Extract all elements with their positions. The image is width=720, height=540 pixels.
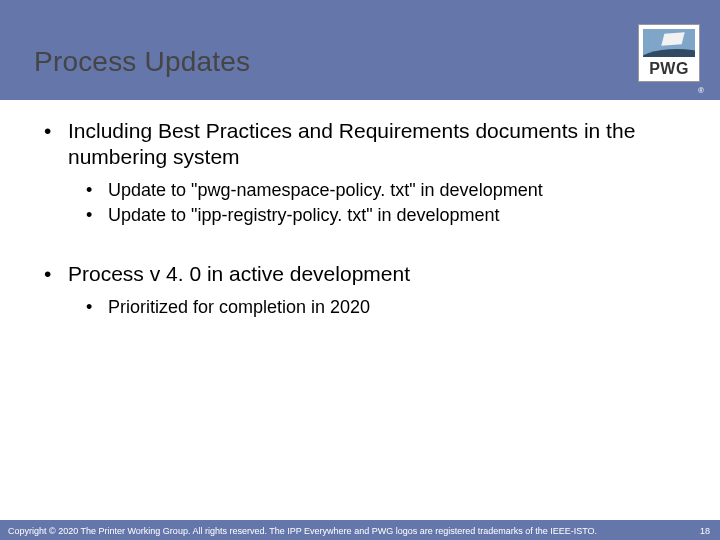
header-bar: Process Updates PWG ®: [0, 0, 720, 100]
sub-bullet-item: Update to "pwg-namespace-policy. txt" in…: [84, 179, 690, 202]
copyright-text: Copyright © 2020 The Printer Working Gro…: [8, 526, 597, 536]
pwg-logo: PWG: [638, 24, 700, 82]
bullet-text: Including Best Practices and Requirement…: [68, 119, 635, 168]
slide: Process Updates PWG ® Including Best Pra…: [0, 0, 720, 540]
footer-bar: Copyright © 2020 The Printer Working Gro…: [0, 520, 720, 540]
sub-bullet-item: Prioritized for completion in 2020: [84, 296, 690, 319]
logo-graphic: [643, 29, 695, 57]
page-number: 18: [700, 526, 710, 536]
trademark-symbol: ®: [698, 86, 704, 95]
bullet-item: Process v 4. 0 in active development Pri…: [40, 261, 690, 319]
logo-text: PWG: [639, 60, 699, 78]
slide-content: Including Best Practices and Requirement…: [30, 118, 690, 325]
bullet-text: Process v 4. 0 in active development: [68, 262, 410, 285]
bullet-item: Including Best Practices and Requirement…: [40, 118, 690, 227]
sub-bullet-item: Update to "ipp-registry-policy. txt" in …: [84, 204, 690, 227]
page-title: Process Updates: [34, 46, 250, 78]
